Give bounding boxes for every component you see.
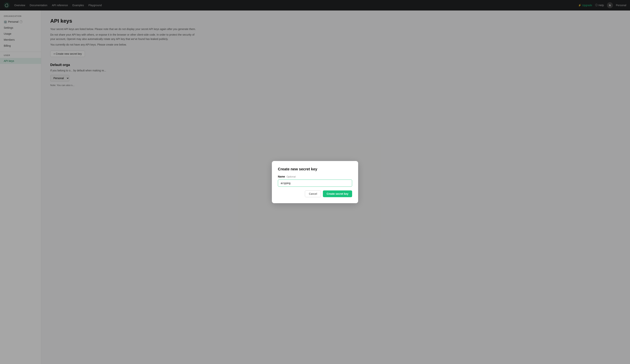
modal-name-optional: Optional xyxy=(286,175,296,178)
modal-name-row: Name Optional xyxy=(278,175,352,178)
create-secret-key-button[interactable]: Create secret key xyxy=(323,190,352,197)
modal-title: Create new secret key xyxy=(278,167,352,171)
modal-overlay[interactable]: Create new secret key Name Optional Canc… xyxy=(0,0,630,364)
cancel-button[interactable]: Cancel xyxy=(305,190,321,197)
modal-name-label: Name xyxy=(278,175,285,178)
modal-actions: Cancel Create secret key xyxy=(278,190,352,197)
modal-name-input[interactable] xyxy=(278,180,352,187)
modal: Create new secret key Name Optional Canc… xyxy=(272,161,358,203)
